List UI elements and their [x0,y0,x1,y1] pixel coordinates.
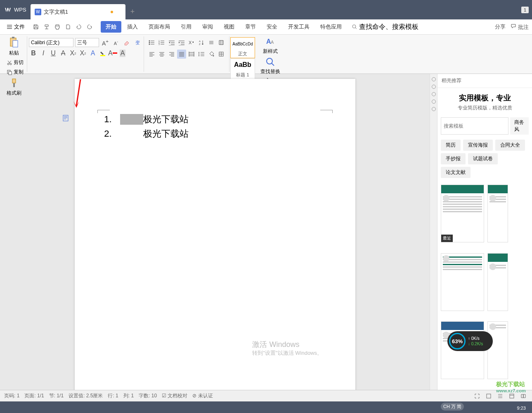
cat-newspaper[interactable]: 手抄报 [441,153,466,164]
view-fullscreen[interactable] [473,392,482,400]
cat-poster[interactable]: 宣传海报 [463,140,493,151]
view-outline[interactable] [496,392,505,400]
language-indicator[interactable]: CH 万 简 [441,403,464,411]
tab-dev-tools[interactable]: 开发工具 [283,21,314,33]
text-effect-button[interactable]: A [88,49,97,58]
italic-button[interactable]: I [39,49,48,58]
status-chars[interactable]: 字数: 10 [139,392,157,399]
increase-font-button[interactable]: A+ [101,38,110,47]
decrease-indent-button[interactable] [167,38,176,47]
view-web[interactable] [507,392,516,400]
font-color-button[interactable]: A [108,49,117,58]
clear-format-button[interactable] [122,38,131,47]
align-center-button[interactable] [157,50,166,59]
number-list-button[interactable]: 123 [157,38,166,47]
tight-spacing-button[interactable] [207,38,216,47]
document-page[interactable]: 1. 极光下载站 2. 极光下载站 [75,79,355,390]
align-left-button[interactable] [147,50,156,59]
template-1[interactable]: 最近 [441,185,484,242]
share-button[interactable]: 分享 [495,23,506,31]
redo-button[interactable] [85,22,94,31]
increase-indent-button[interactable] [177,38,186,47]
sort-button[interactable]: AZ [197,38,206,47]
change-case-button[interactable]: X [187,38,196,47]
app-logo[interactable]: WPS [0,0,31,19]
template-6[interactable] [487,321,508,379]
another-button[interactable] [64,22,73,31]
cat-resume[interactable]: 简历 [441,140,461,151]
borders-button[interactable] [217,50,226,59]
phonetic-button[interactable]: 变 [133,38,142,47]
doc-line-1[interactable]: 1. 极光下载站 [99,112,331,126]
view-reading[interactable] [519,392,528,400]
align-right-button[interactable] [167,50,176,59]
network-speed-widget[interactable]: 63% ↑ 0K/s ↓ 0.2K/s [447,331,493,351]
template-2[interactable] [487,185,508,242]
cat-contract[interactable]: 合同大全 [495,140,525,151]
tab-page-layout[interactable]: 页面布局 [144,21,175,33]
template-4[interactable] [487,253,508,311]
sidebar-header[interactable]: 稻壳推荐 [437,74,532,88]
subscript-button[interactable]: X2 [78,49,87,58]
status-section[interactable]: 节: 1/1 [49,392,64,399]
char-shading-button[interactable]: A [118,49,127,58]
show-marks-button[interactable] [217,38,226,47]
tab-security[interactable]: 安全 [262,21,282,33]
tab-insert[interactable]: 插入 [122,21,143,33]
cat-thesis[interactable]: 论文文献 [441,167,471,178]
tab-references[interactable]: 引用 [176,21,196,33]
batch-button[interactable]: 批注 [511,23,529,31]
gutter-tool-4[interactable] [432,100,436,104]
status-page[interactable]: 页码: 1 [4,392,19,399]
doc-line-2[interactable]: 2. 极光下载站 [99,126,331,141]
style-normal[interactable]: AaBbCcDd 正文 [230,37,255,58]
cat-exam[interactable]: 试题试卷 [468,153,498,164]
hamburger-menu[interactable]: 文件 [3,23,28,31]
tab-start[interactable]: 开始 [101,21,121,33]
align-justify-button[interactable] [177,50,186,59]
tab-chapter[interactable]: 章节 [240,21,261,33]
status-spellcheck[interactable]: ☑ 文档校对 [162,392,187,399]
distribute-button[interactable] [187,50,196,59]
paragraph-options-icon[interactable] [62,114,70,123]
titlebar-badge[interactable]: 1 [521,7,529,13]
status-pages[interactable]: 页面: 1/1 [24,392,44,399]
print-button[interactable] [53,22,62,31]
gutter-tool-3[interactable] [432,92,436,96]
status-unverified[interactable]: ⊘ 未认证 [192,392,213,399]
decrease-font-button[interactable]: A- [111,38,121,47]
find-replace-button[interactable]: 查找替换 [259,57,281,75]
new-style-button[interactable]: AA 新样式 [259,36,281,55]
view-print[interactable] [484,392,493,400]
new-tab-button[interactable]: + [125,7,140,16]
underline-button[interactable]: U [49,49,58,58]
shading-button[interactable] [207,50,216,59]
line-spacing-button[interactable] [197,50,206,59]
search-command[interactable]: 查找命令、搜索模板 [352,23,419,31]
cut-button[interactable]: 剪切 [6,58,24,67]
print-preview-button[interactable] [42,22,51,31]
bold-button[interactable]: B [29,49,38,58]
template-3[interactable] [441,253,484,311]
template-search-input[interactable] [441,117,508,135]
superscript-button[interactable]: X2 [69,49,78,58]
gutter-tool-1[interactable] [432,77,436,81]
status-line[interactable]: 行: 1 [108,392,118,399]
document-tab[interactable]: W 文字文稿1 [31,4,125,19]
highlight-button[interactable] [98,49,107,58]
save-button[interactable] [31,22,40,31]
font-size-select[interactable] [75,38,99,47]
gutter-tool-2[interactable] [432,85,436,89]
tab-review[interactable]: 审阅 [197,21,218,33]
bullet-list-button[interactable] [147,38,156,47]
paste-button[interactable]: 粘贴 [6,36,22,57]
status-position[interactable]: 设置值: 2.5厘米 [69,392,103,399]
tab-business-style[interactable]: 商务风 [510,117,529,135]
tab-special[interactable]: 特色应用 [315,21,347,33]
document-area[interactable]: 1. 极光下载站 2. 极光下载站 激活 Windows 转到"设置"以激活 W… [0,74,430,390]
font-name-select[interactable] [29,38,73,47]
tab-view[interactable]: 视图 [219,21,239,33]
strikethrough-button[interactable]: A [59,49,68,58]
undo-button[interactable] [74,22,83,31]
status-col[interactable]: 列: 1 [123,392,134,399]
